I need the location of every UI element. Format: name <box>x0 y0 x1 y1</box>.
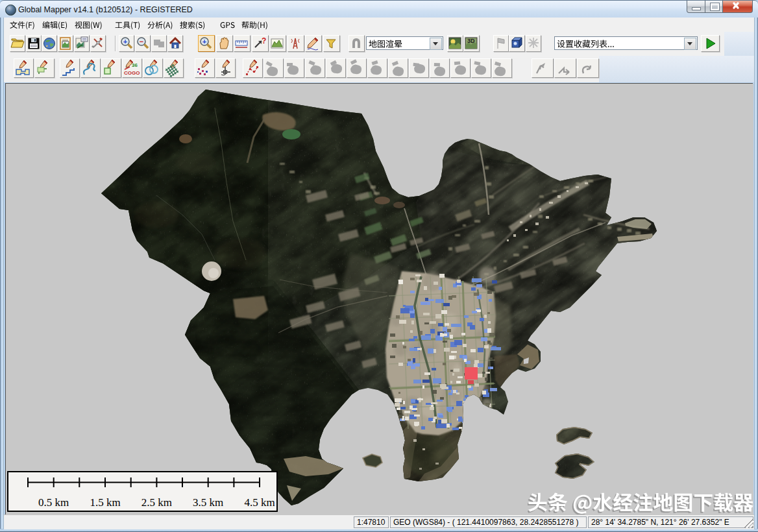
svg-text:2.5 km: 2.5 km <box>141 496 172 509</box>
svg-text:3D: 3D <box>467 38 475 44</box>
svg-text:+: + <box>202 38 206 45</box>
svg-text:+: + <box>123 38 127 45</box>
svg-text:?: ? <box>262 36 266 45</box>
svg-text:3.5 km: 3.5 km <box>193 496 223 509</box>
svg-text:36: 36 <box>132 62 138 68</box>
svg-text:4.5 km: 4.5 km <box>244 496 275 509</box>
svg-text:−: − <box>139 38 143 45</box>
svg-text:COGO: COGO <box>124 70 140 76</box>
svg-text:0.5 km: 0.5 km <box>38 496 69 509</box>
svg-text:1.5 km: 1.5 km <box>90 496 120 509</box>
